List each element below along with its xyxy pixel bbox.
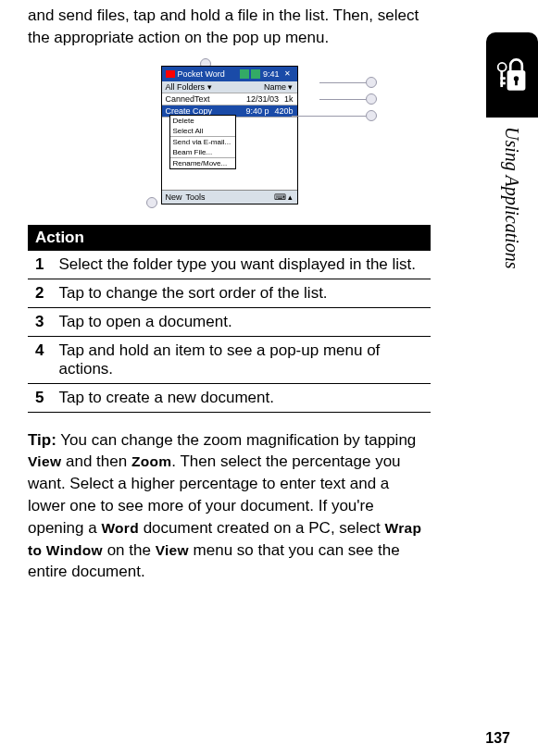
callout-2: [366, 77, 377, 88]
menu-beam: Beam File...: [170, 147, 235, 157]
intro-paragraph: and send files, tap and hold a file in t…: [28, 5, 431, 49]
sc-footer: New Tools ⌨ ▴: [162, 190, 297, 204]
callout-3: [366, 93, 377, 105]
sc-time: 9:41: [263, 69, 280, 79]
folders-dropdown: All Folders ▾: [166, 82, 264, 92]
tip-paragraph: Tip: You can change the zoom magnificati…: [28, 429, 431, 584]
callout-4: [366, 110, 377, 121]
table-header: Action: [28, 225, 431, 251]
page-number: 137: [485, 730, 510, 747]
screenshot-figure: Pocket Word 9:41 ✕ All Folders ▾ Name ▾ …: [28, 66, 431, 204]
section-label: Using Applications: [501, 127, 522, 269]
volume-icon: [251, 69, 260, 79]
svg-rect-2: [515, 80, 518, 85]
side-tab: Using Applications: [486, 32, 538, 310]
sort-dropdown: Name ▾: [264, 82, 294, 92]
table-row: 3Tap to open a document.: [28, 307, 431, 336]
table-row: 1Select the folder type you want display…: [28, 251, 431, 279]
action-table: Action 1Select the folder type you want …: [28, 225, 431, 413]
pocketword-screenshot: Pocket Word 9:41 ✕ All Folders ▾ Name ▾ …: [161, 66, 298, 204]
keyboard-icon: ⌨ ▴: [274, 192, 294, 202]
footer-tools: Tools: [186, 192, 206, 202]
svg-rect-6: [500, 82, 505, 85]
table-row: 2Tap to change the sort order of the lis…: [28, 279, 431, 307]
table-row: 5Tap to create a new document.: [28, 383, 431, 412]
svg-point-3: [498, 63, 507, 71]
table-row: 4Tap and hold an item to see a pop-up me…: [28, 336, 431, 383]
sc-header-row: All Folders ▾ Name ▾: [162, 81, 297, 93]
context-menu: Delete Select All Send via E-mail... Bea…: [169, 115, 236, 169]
close-icon: ✕: [282, 68, 294, 80]
menu-select-all: Select All: [170, 126, 235, 136]
svg-rect-5: [500, 77, 505, 80]
sc-app-title: Pocket Word: [178, 69, 225, 79]
tab-icon-box: [486, 32, 538, 118]
sc-titlebar: Pocket Word 9:41 ✕: [162, 67, 297, 81]
signal-icon: [240, 69, 249, 79]
tip-label: Tip:: [28, 431, 56, 449]
menu-send-email: Send via E-mail...: [170, 137, 235, 147]
menu-delete: Delete: [170, 116, 235, 126]
start-icon: [166, 70, 175, 78]
footer-new: New: [166, 192, 182, 202]
callout-5: [146, 197, 157, 208]
menu-rename: Rename/Move...: [170, 158, 235, 168]
sc-file-row: CannedText 12/31/03 1k: [162, 93, 297, 105]
key-lock-icon: [495, 52, 529, 98]
